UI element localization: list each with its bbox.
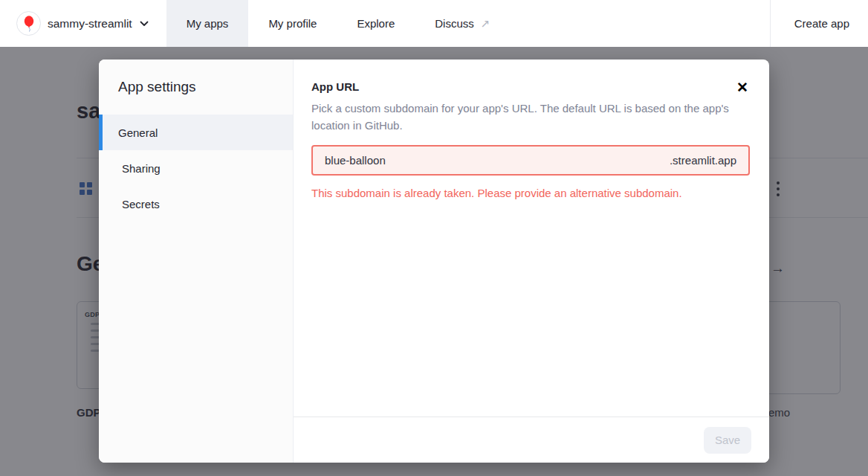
- subdomain-input[interactable]: [325, 154, 670, 167]
- nav-tab-explore[interactable]: Explore: [337, 0, 415, 47]
- create-app-button[interactable]: Create app: [771, 17, 868, 30]
- workspace-name: sammy-streamlit: [48, 17, 132, 30]
- workspace-avatar: [16, 11, 41, 36]
- sidebar-item-label: Sharing: [122, 162, 161, 175]
- settings-title: App settings: [99, 79, 293, 95]
- settings-sidebar: App settings General Sharing Secrets: [99, 60, 294, 463]
- subdomain-error-message: This subdomain is already taken. Please …: [311, 187, 750, 199]
- panel-title: App URL: [311, 80, 750, 93]
- nav-right: Create app: [770, 0, 868, 47]
- modal-footer: Save: [294, 416, 769, 463]
- subdomain-input-box: .streamlit.app: [311, 145, 750, 176]
- chevron-down-icon: [140, 21, 149, 27]
- nav-tab-label: My apps: [187, 17, 229, 30]
- app-settings-modal: App settings General Sharing Secrets App…: [99, 60, 769, 463]
- nav-tab-label: Discuss: [435, 17, 474, 30]
- sidebar-item-sharing[interactable]: Sharing: [99, 150, 293, 186]
- nav-tab-my-apps[interactable]: My apps: [166, 0, 249, 47]
- nav-tabs: My apps My profile Explore Discuss ↗: [166, 0, 511, 47]
- sidebar-item-general[interactable]: General: [99, 115, 293, 150]
- close-icon[interactable]: ✕: [733, 79, 751, 97]
- external-link-icon: ↗: [481, 17, 490, 30]
- save-button[interactable]: Save: [704, 427, 751, 454]
- app-url-panel: App URL ✕ Pick a custom subdomain for yo…: [294, 60, 769, 463]
- panel-description: Pick a custom subdomain for your app's U…: [311, 100, 750, 134]
- sidebar-item-label: General: [118, 126, 158, 139]
- nav-tab-discuss[interactable]: Discuss ↗: [415, 0, 510, 47]
- subdomain-suffix: .streamlit.app: [670, 154, 736, 167]
- nav-tab-my-profile[interactable]: My profile: [248, 0, 337, 47]
- balloon-icon: [21, 15, 37, 33]
- top-nav: sammy-streamlit My apps My profile Explo…: [0, 0, 868, 47]
- nav-tab-label: My profile: [268, 17, 317, 30]
- sidebar-item-label: Secrets: [122, 198, 160, 210]
- workspace-switcher[interactable]: sammy-streamlit: [0, 0, 149, 47]
- nav-tab-label: Explore: [357, 17, 395, 30]
- sidebar-item-secrets[interactable]: Secrets: [99, 186, 293, 222]
